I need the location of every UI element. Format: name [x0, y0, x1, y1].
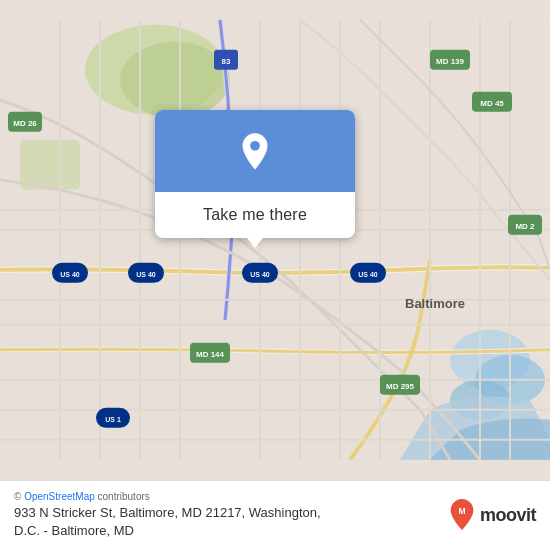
popup-pin-area	[155, 110, 355, 192]
moovit-brand-text: moovit	[480, 505, 536, 526]
svg-point-50	[250, 141, 260, 151]
map-attribution: © OpenStreetMap contributors	[14, 491, 321, 502]
attribution-text: © OpenStreetMap	[14, 491, 95, 502]
moovit-logo: M moovit	[448, 498, 536, 532]
svg-point-2	[120, 42, 230, 118]
svg-text:MD 139: MD 139	[436, 57, 465, 66]
bottom-left-content: © OpenStreetMap contributors 933 N Stric…	[14, 491, 321, 540]
take-me-there-button[interactable]: Take me there	[195, 204, 315, 226]
moovit-pin-icon: M	[448, 498, 476, 532]
location-pin-icon	[234, 132, 276, 174]
contributors-label: contributors	[98, 491, 150, 502]
map-area: MD 26 MD 139 83 MD 45 MD 2 US 40 US 40 U…	[0, 0, 550, 480]
svg-text:US 40: US 40	[60, 271, 80, 278]
svg-text:US 1: US 1	[105, 416, 121, 423]
svg-text:Baltimore: Baltimore	[405, 296, 465, 311]
svg-text:MD 144: MD 144	[196, 350, 225, 359]
address-text: 933 N Stricker St, Baltimore, MD 21217, …	[14, 504, 321, 540]
svg-text:MD 26: MD 26	[13, 119, 37, 128]
svg-text:83: 83	[222, 57, 231, 66]
svg-text:MD 295: MD 295	[386, 382, 415, 391]
svg-text:US 40: US 40	[136, 271, 156, 278]
svg-text:MD 2: MD 2	[515, 222, 535, 231]
map-background: MD 26 MD 139 83 MD 45 MD 2 US 40 US 40 U…	[0, 0, 550, 480]
location-popup: Take me there	[155, 110, 355, 238]
svg-text:US 40: US 40	[358, 271, 378, 278]
svg-text:M: M	[458, 506, 465, 516]
svg-rect-3	[20, 140, 80, 190]
svg-text:MD 45: MD 45	[480, 99, 504, 108]
svg-text:US 40: US 40	[250, 271, 270, 278]
app-container: MD 26 MD 139 83 MD 45 MD 2 US 40 US 40 U…	[0, 0, 550, 550]
bottom-info-bar: © OpenStreetMap contributors 933 N Stric…	[0, 480, 550, 550]
